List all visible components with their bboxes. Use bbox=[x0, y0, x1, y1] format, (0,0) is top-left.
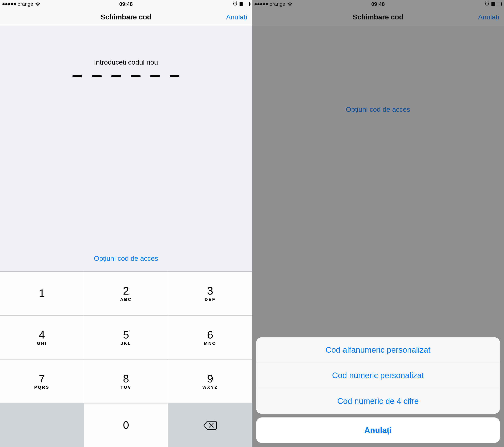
key-3[interactable]: 3 DEF bbox=[168, 272, 252, 315]
key-number: 9 bbox=[207, 373, 213, 384]
key-number: 3 bbox=[207, 285, 213, 296]
dash bbox=[72, 75, 82, 77]
status-right bbox=[233, 1, 250, 7]
number-keypad: 1 2 ABC 3 DEF 4 GHI 5 JKL 6 MNO bbox=[0, 271, 252, 447]
key-letters: ABC bbox=[120, 297, 132, 302]
phone-left: orange 09:48 Schimbare cod Anulați Intro… bbox=[0, 0, 252, 447]
key-letters: DEF bbox=[205, 297, 216, 302]
key-number: 4 bbox=[39, 329, 45, 340]
status-bar: orange 09:48 bbox=[0, 0, 252, 8]
key-letters: MNO bbox=[204, 341, 216, 346]
action-sheet-cancel[interactable]: Anulați bbox=[256, 417, 500, 443]
key-7[interactable]: 7 PQRS bbox=[0, 359, 84, 403]
key-letters: TUV bbox=[121, 385, 131, 390]
key-9[interactable]: 9 WXYZ bbox=[168, 359, 252, 403]
key-1[interactable]: 1 bbox=[0, 272, 84, 315]
status-time: 09:48 bbox=[119, 1, 133, 7]
key-blank bbox=[0, 403, 84, 447]
key-letters: PQRS bbox=[34, 385, 50, 390]
key-4[interactable]: 4 GHI bbox=[0, 316, 84, 359]
phone-right: orange 09:48 Schimbare cod Anulați Intro… bbox=[252, 0, 504, 447]
nav-title: Schimbare cod bbox=[101, 13, 151, 21]
content-area: Introduceți codul nou Opțiuni cod de acc… bbox=[0, 26, 252, 271]
signal-dots-icon bbox=[2, 3, 16, 5]
nav-bar: Schimbare cod Anulați bbox=[0, 8, 252, 26]
key-number: 6 bbox=[207, 329, 213, 340]
dash bbox=[170, 75, 180, 77]
key-backspace[interactable] bbox=[168, 403, 252, 447]
key-letters: WXYZ bbox=[202, 385, 218, 390]
dash bbox=[150, 75, 160, 77]
option-custom-numeric[interactable]: Cod numeric personalizat bbox=[256, 363, 500, 388]
wifi-icon bbox=[35, 2, 41, 6]
key-letters: JKL bbox=[121, 341, 131, 346]
battery-icon bbox=[239, 2, 250, 6]
action-sheet-group: Cod alfanumeric personalizat Cod numeric… bbox=[256, 337, 500, 414]
key-number: 8 bbox=[123, 373, 129, 384]
dash bbox=[111, 75, 121, 77]
dash bbox=[92, 75, 102, 77]
backspace-icon bbox=[203, 420, 217, 430]
key-number: 1 bbox=[39, 288, 45, 299]
passcode-prompt: Introduceți codul nou bbox=[94, 58, 158, 66]
key-2[interactable]: 2 ABC bbox=[84, 272, 168, 315]
passcode-dashes bbox=[72, 75, 180, 77]
option-4-digit[interactable]: Cod numeric de 4 cifre bbox=[256, 388, 500, 414]
key-8[interactable]: 8 TUV bbox=[84, 359, 168, 403]
cancel-button[interactable]: Anulați bbox=[226, 13, 247, 21]
key-letters: GHI bbox=[37, 341, 47, 346]
key-number: 0 bbox=[123, 419, 129, 430]
alarm-icon bbox=[233, 1, 237, 7]
option-alphanumeric[interactable]: Cod alfanumeric personalizat bbox=[256, 337, 500, 363]
dash bbox=[131, 75, 141, 77]
passcode-options-link[interactable]: Opțiuni cod de acces bbox=[94, 254, 158, 262]
key-5[interactable]: 5 JKL bbox=[84, 316, 168, 359]
key-6[interactable]: 6 MNO bbox=[168, 316, 252, 359]
key-number: 5 bbox=[123, 329, 129, 340]
status-left: orange bbox=[2, 1, 41, 7]
carrier-label: orange bbox=[18, 1, 33, 7]
key-number: 2 bbox=[123, 285, 129, 296]
action-sheet: Cod alfanumeric personalizat Cod numeric… bbox=[256, 337, 500, 443]
key-0[interactable]: 0 bbox=[84, 403, 168, 447]
key-number: 7 bbox=[39, 373, 45, 384]
